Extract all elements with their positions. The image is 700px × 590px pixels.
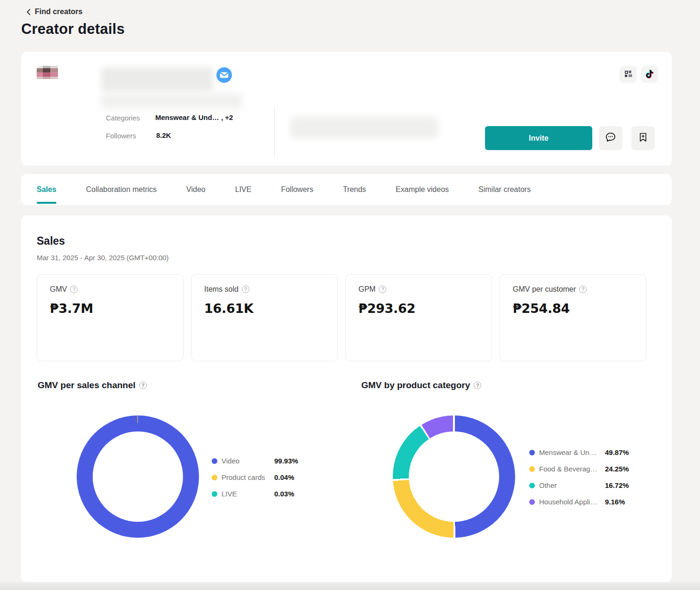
avatar <box>37 66 98 124</box>
tabs-bar: Sales Collaboration metrics Video LIVE F… <box>21 174 672 205</box>
help-icon[interactable]: ? <box>139 382 147 389</box>
tab-followers[interactable]: Followers <box>281 174 313 205</box>
back-chevron-icon <box>25 8 32 16</box>
donut-hole <box>93 431 183 522</box>
help-icon[interactable]: ? <box>70 286 78 293</box>
legend-label: LIVE <box>222 490 274 498</box>
legend-label: Product cards <box>222 473 274 481</box>
metric-value: ₱293.62 <box>358 301 415 316</box>
metric-value: ₱254.84 <box>513 301 570 316</box>
legend-value: 24.25% <box>605 465 629 473</box>
metric-label: Items sold <box>204 285 239 294</box>
tab-live[interactable]: LIVE <box>235 174 252 205</box>
creator-card: Categories Menswear & Und… , +2 Follower… <box>21 52 672 166</box>
help-icon[interactable]: ? <box>242 286 249 293</box>
sales-panel: Sales Mar 31, 2025 - Apr 30, 2025 (GMT+0… <box>21 215 672 582</box>
metric-label: GMV <box>50 285 67 294</box>
page-bottom-edge <box>0 582 700 590</box>
sales-date-range: Mar 31, 2025 - Apr 30, 2025 (GMT+00:00) <box>37 254 169 262</box>
donut-chart-product-category <box>393 415 515 538</box>
qr-code-button[interactable] <box>620 66 636 83</box>
legend-label: Menswear & Un… <box>539 448 605 456</box>
sales-section-title: Sales <box>37 235 65 247</box>
breadcrumb-label: Find creators <box>35 8 82 16</box>
tab-trends[interactable]: Trends <box>343 174 366 205</box>
metric-card-items-sold: Items sold? 16.61K <box>191 274 338 361</box>
tiktok-icon <box>644 69 655 80</box>
creator-handle-redacted <box>101 93 242 109</box>
followers-value: 8.2K <box>156 131 171 139</box>
legend-dot <box>212 491 217 497</box>
chart-title-text: GMV by product category <box>361 380 470 391</box>
legend-item: LIVE 0.03% <box>212 486 298 502</box>
legend-value: 49.87% <box>605 448 629 456</box>
tiktok-button[interactable] <box>641 66 658 83</box>
legend-sales-channel: Video 99.93% Product cards 0.04% LIVE 0.… <box>212 453 298 502</box>
legend-item: Household Appli… 9.16% <box>529 494 629 510</box>
legend-label: Food & Beverag… <box>539 465 605 473</box>
bookmark-add-button[interactable] <box>631 126 655 150</box>
breadcrumb-back[interactable]: Find creators <box>25 8 82 16</box>
metric-card-gpm: GPM? ₱293.62 <box>345 274 492 361</box>
metric-label: GMV per customer <box>513 285 576 294</box>
tab-example-videos[interactable]: Example videos <box>396 174 449 205</box>
metric-cards: GMV? ₱3.7M Items sold? 16.61K GPM? ₱293.… <box>37 274 646 361</box>
legend-item: Menswear & Un… 49.87% <box>529 444 629 461</box>
email-icon[interactable] <box>216 67 232 83</box>
legend-item: Food & Beverag… 24.25% <box>529 461 629 477</box>
legend-value: 99.93% <box>274 457 298 465</box>
legend-label: Video <box>222 457 274 465</box>
divider <box>274 106 275 158</box>
bookmark-add-icon <box>637 132 649 144</box>
legend-value: 16.72% <box>605 481 629 489</box>
qr-code-icon <box>623 69 633 80</box>
legend-value: 0.04% <box>274 473 294 481</box>
chart-title-text: GMV per sales channel <box>38 380 135 391</box>
legend-product-category: Menswear & Un… 49.87% Food & Beverag… 24… <box>529 444 629 510</box>
legend-item: Video 99.93% <box>212 453 298 469</box>
legend-value: 9.16% <box>605 498 625 506</box>
creator-info-redacted <box>291 117 438 138</box>
help-icon[interactable]: ? <box>474 382 481 389</box>
legend-value: 0.03% <box>274 490 294 498</box>
legend-dot <box>529 450 535 455</box>
tab-sales[interactable]: Sales <box>37 174 56 205</box>
creator-name-redacted <box>101 67 213 92</box>
legend-dot <box>529 466 535 472</box>
chat-button[interactable] <box>599 126 622 150</box>
page-title: Creator details <box>21 21 125 38</box>
legend-label: Household Appli… <box>539 498 605 506</box>
legend-dot <box>212 475 217 480</box>
legend-item: Product cards 0.04% <box>212 469 298 486</box>
categories-value: Menswear & Und… , +2 <box>155 113 233 121</box>
chart-title-product-category: GMV by product category ? <box>361 380 481 391</box>
categories-label: Categories <box>106 114 140 122</box>
tab-video[interactable]: Video <box>186 174 206 205</box>
followers-label: Followers <box>106 132 136 140</box>
chart-title-sales-channel: GMV per sales channel ? <box>38 380 147 391</box>
tab-collaboration-metrics[interactable]: Collaboration metrics <box>86 174 157 205</box>
legend-dot <box>529 483 535 488</box>
donut-hole <box>409 431 499 522</box>
metric-value: ₱3.7M <box>50 301 93 316</box>
metric-value: 16.61K <box>204 301 254 316</box>
tab-similar-creators[interactable]: Similar creators <box>478 174 531 205</box>
donut-chart-sales-channel <box>77 415 199 538</box>
chat-icon <box>605 131 617 145</box>
legend-dot <box>529 499 535 505</box>
help-icon[interactable]: ? <box>579 286 587 293</box>
legend-dot <box>212 458 217 464</box>
legend-label: Other <box>539 481 605 489</box>
metric-card-gmv: GMV? ₱3.7M <box>37 274 183 361</box>
metric-label: GPM <box>358 285 375 294</box>
help-icon[interactable]: ? <box>379 286 386 293</box>
metric-card-gmv-per-customer: GMV per customer? ₱254.84 <box>500 274 646 361</box>
invite-button[interactable]: Invite <box>485 126 592 150</box>
legend-item: Other 16.72% <box>529 477 629 494</box>
